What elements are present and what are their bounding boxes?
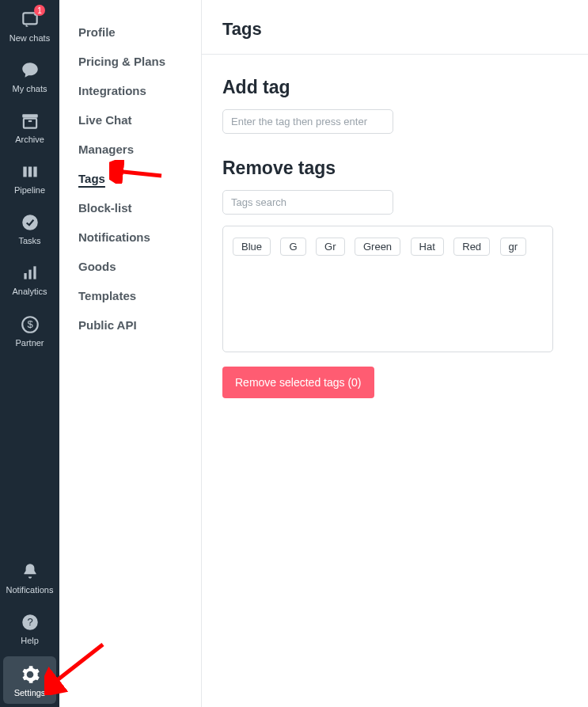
- bell-icon: [20, 561, 40, 582]
- tag-chip[interactable]: gr: [500, 238, 527, 256]
- svg-rect-2: [23, 119, 36, 128]
- svg-rect-8: [24, 273, 26, 279]
- submenu-item-tags[interactable]: Tags: [78, 164, 201, 193]
- speech-bubble-icon: [20, 60, 40, 81]
- submenu-item-notifications[interactable]: Notifications: [78, 222, 201, 252]
- settings-submenu: Profile Pricing & Plans Integrations Liv…: [59, 0, 202, 707]
- rail-label: Analytics: [12, 287, 47, 296]
- remove-tags-title: Remove tags: [222, 158, 553, 179]
- tags-search-input[interactable]: [222, 190, 393, 215]
- add-tag-title: Add tag: [222, 77, 553, 98]
- rail-item-partner[interactable]: $ Partner: [0, 305, 59, 355]
- gear-icon: [20, 664, 40, 685]
- tag-chip[interactable]: Blue: [233, 238, 271, 256]
- submenu-item-templates[interactable]: Templates: [78, 281, 201, 310]
- submenu-item-block-list[interactable]: Block-list: [78, 193, 201, 222]
- rail-item-pipeline[interactable]: Pipeline: [0, 152, 59, 203]
- submenu-item-public-api[interactable]: Public API: [78, 310, 201, 340]
- add-tag-section: Add tag: [222, 77, 553, 134]
- rail-item-archive[interactable]: Archive: [0, 101, 59, 152]
- submenu-item-goods[interactable]: Goods: [78, 252, 201, 281]
- submenu-item-managers[interactable]: Managers: [78, 135, 201, 164]
- nav-rail-top: 1 New chats My chats Archive Pipeline: [0, 0, 59, 552]
- check-circle-icon: [20, 212, 40, 233]
- rail-item-help[interactable]: ? Help: [0, 602, 59, 653]
- rail-label: New chats: [9, 33, 50, 43]
- add-tag-input[interactable]: [222, 109, 393, 134]
- svg-rect-10: [33, 267, 36, 279]
- tag-chip[interactable]: Gr: [316, 238, 344, 256]
- columns-icon: [20, 162, 40, 182]
- page-title: Tags: [222, 19, 567, 40]
- remove-selected-button[interactable]: Remove selected tags (0): [222, 367, 374, 398]
- page-header: Tags: [202, 0, 588, 55]
- tag-chip[interactable]: Hat: [411, 238, 444, 256]
- svg-text:$: $: [27, 318, 33, 330]
- rail-item-settings[interactable]: Settings: [3, 656, 56, 704]
- rail-item-new-chats[interactable]: 1 New chats: [0, 0, 59, 51]
- tag-chip[interactable]: Red: [453, 238, 490, 256]
- tags-container: Blue G Gr Green Hat Red gr: [222, 226, 553, 352]
- rail-label: Partner: [15, 338, 44, 348]
- question-circle-icon: ?: [20, 612, 40, 633]
- new-chats-badge: 1: [34, 5, 45, 16]
- rail-label: Archive: [15, 135, 44, 144]
- tag-chip[interactable]: G: [280, 238, 305, 256]
- rail-item-notifications[interactable]: Notifications: [0, 552, 59, 602]
- svg-rect-6: [33, 167, 36, 177]
- tag-chip[interactable]: Green: [355, 238, 400, 256]
- nav-rail-bottom: Notifications ? Help Settings: [0, 552, 59, 707]
- rail-label: My chats: [12, 84, 47, 93]
- remove-tags-section: Remove tags Blue G Gr Green Hat Red gr R…: [222, 158, 553, 398]
- svg-rect-5: [28, 167, 31, 177]
- submenu-item-integrations[interactable]: Integrations: [78, 76, 201, 105]
- rail-item-my-chats[interactable]: My chats: [0, 51, 59, 101]
- rail-label: Settings: [14, 688, 46, 697]
- svg-rect-4: [23, 167, 26, 177]
- svg-rect-9: [28, 270, 31, 279]
- submenu-item-live-chat[interactable]: Live Chat: [78, 105, 201, 135]
- svg-point-7: [22, 215, 38, 231]
- submenu-item-profile[interactable]: Profile: [78, 17, 201, 47]
- rail-item-analytics[interactable]: Analytics: [0, 253, 59, 304]
- svg-rect-1: [22, 115, 38, 118]
- archive-box-icon: [20, 111, 40, 131]
- rail-label: Tasks: [18, 236, 40, 245]
- dollar-circle-icon: $: [20, 314, 40, 335]
- nav-rail: 1 New chats My chats Archive Pipeline: [0, 0, 59, 707]
- rail-label: Help: [21, 636, 39, 645]
- submenu-item-pricing[interactable]: Pricing & Plans: [78, 47, 201, 76]
- rail-label: Notifications: [6, 585, 54, 595]
- bar-chart-icon: [20, 263, 40, 283]
- svg-text:?: ?: [27, 616, 32, 628]
- rail-item-tasks[interactable]: Tasks: [0, 203, 59, 253]
- main-content: Tags Add tag Remove tags Blue G Gr Green…: [202, 0, 588, 707]
- rail-label: Pipeline: [14, 185, 45, 195]
